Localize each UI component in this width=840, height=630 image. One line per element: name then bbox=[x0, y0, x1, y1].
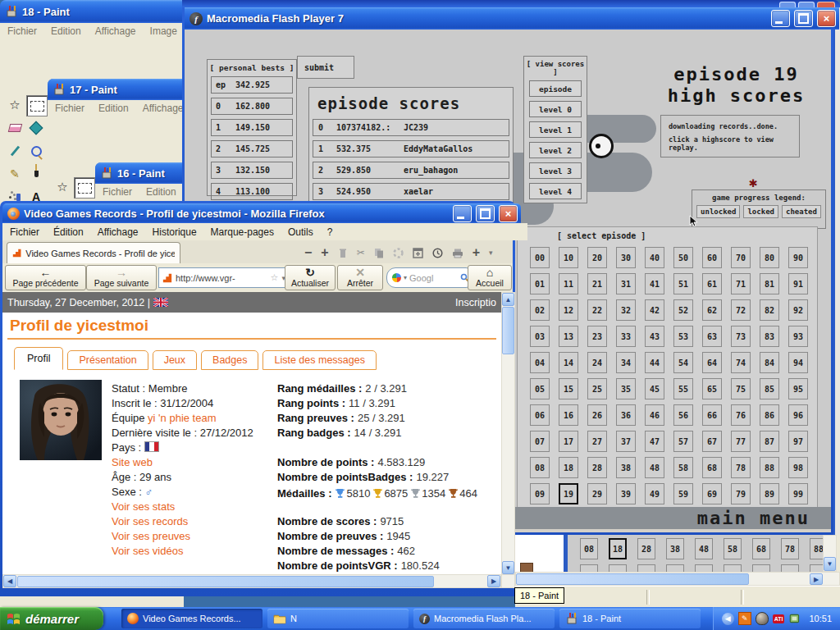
episode-cell[interactable]: 08 bbox=[580, 538, 598, 559]
episode-cell[interactable]: 94 bbox=[788, 352, 808, 373]
dropdown-icon[interactable]: ▾ bbox=[489, 249, 493, 257]
episode-cell[interactable]: 32 bbox=[616, 299, 636, 321]
highscore-row[interactable]: 2 529.850 eru_bahagon bbox=[313, 162, 509, 179]
paint16-titlebar[interactable]: 16 - Paint bbox=[95, 162, 194, 184]
plus-icon[interactable]: + bbox=[321, 245, 328, 260]
episode-cell[interactable]: 48 bbox=[695, 538, 713, 559]
home-button[interactable]: ⌂ Accueil bbox=[468, 265, 512, 290]
url-bar[interactable]: http://www.vgr- ☆ ▾ bbox=[158, 267, 290, 288]
episode-cell[interactable]: 97 bbox=[788, 431, 808, 452]
paint18-titlebar[interactable]: 18 - Paint bbox=[0, 0, 192, 23]
profile-link[interactable]: Voir ses preuves bbox=[112, 530, 190, 542]
episode-cell[interactable]: 58 bbox=[724, 538, 742, 559]
episode-cell[interactable]: 45 bbox=[645, 378, 664, 399]
episode-cell[interactable]: 60 bbox=[702, 247, 722, 268]
scroll-left-button[interactable]: ◀ bbox=[3, 575, 16, 587]
episode-cell[interactable]: 05 bbox=[530, 378, 550, 399]
personal-best-row[interactable]: 1 149.150 bbox=[211, 119, 293, 136]
paint17-titlebar[interactable]: 17 - Paint bbox=[48, 79, 192, 100]
episode-cell[interactable]: 43 bbox=[645, 326, 664, 347]
episode-cell[interactable]: 57 bbox=[673, 431, 693, 452]
episode-cell[interactable]: 65 bbox=[702, 378, 722, 399]
new-window-icon[interactable] bbox=[413, 248, 423, 258]
episode-cell[interactable]: 88 bbox=[810, 538, 823, 559]
highscore-row[interactable]: 0 107374182.: JC239 bbox=[313, 119, 509, 136]
episode-cell[interactable]: 34 bbox=[616, 352, 636, 373]
episode-cell[interactable]: 09 bbox=[530, 483, 550, 504]
menu-fichier[interactable]: Fichier bbox=[103, 186, 132, 198]
view-score-button[interactable]: episode bbox=[529, 80, 582, 97]
main-menu-button[interactable]: main menu bbox=[697, 508, 810, 528]
episode-cell[interactable]: 93 bbox=[788, 326, 808, 347]
episode-cell[interactable]: 79 bbox=[731, 483, 751, 504]
freeform-select-icon[interactable]: ☆ bbox=[52, 177, 72, 197]
profile-link[interactable]: Site web bbox=[112, 456, 153, 468]
episode-cell[interactable]: 54 bbox=[673, 352, 693, 373]
close-button[interactable]: × bbox=[499, 205, 518, 222]
episode-cell[interactable]: 89 bbox=[760, 483, 779, 504]
episode-cell[interactable]: 17 bbox=[559, 431, 578, 452]
episode-cell[interactable]: 23 bbox=[587, 326, 607, 347]
profile-tab[interactable]: Badges bbox=[201, 350, 258, 370]
view-score-button[interactable]: level 2 bbox=[529, 142, 582, 158]
maximize-button[interactable] bbox=[794, 10, 813, 27]
episode-cell[interactable]: 85 bbox=[760, 378, 779, 399]
episode-cell[interactable]: 30 bbox=[616, 247, 636, 268]
episode-cell[interactable]: 49 bbox=[645, 483, 664, 504]
view-score-button[interactable]: level 4 bbox=[529, 183, 582, 199]
minus-icon[interactable]: − bbox=[304, 245, 312, 260]
forward-button[interactable]: → Page suivante bbox=[86, 265, 157, 290]
vertical-scrollbar[interactable]: ▲ ▼ bbox=[501, 292, 515, 574]
episode-cell[interactable]: 20 bbox=[587, 247, 607, 268]
personal-best-row[interactable]: 3 132.150 bbox=[211, 162, 293, 179]
episode-cell[interactable]: 36 bbox=[616, 404, 636, 426]
episode-cell[interactable]: 82 bbox=[760, 299, 779, 321]
scissors-icon[interactable]: ✂ bbox=[357, 247, 365, 258]
menu-affichage[interactable]: Affichage bbox=[143, 103, 184, 114]
task-button-firefox[interactable]: Video Games Records... bbox=[121, 609, 262, 628]
horizontal-scrollbar[interactable]: ◀ ▶ bbox=[2, 574, 501, 588]
highscore-row[interactable]: 3 524.950 xaelar bbox=[313, 183, 509, 200]
maximize-button[interactable] bbox=[476, 205, 495, 222]
episode-cell[interactable]: 59 bbox=[673, 483, 693, 504]
episode-cell[interactable]: 71 bbox=[731, 273, 751, 294]
episode-cell[interactable]: 25 bbox=[587, 378, 607, 399]
refresh-button[interactable]: ↻ Actualiser bbox=[285, 265, 336, 290]
highscore-row[interactable]: 1 532.375 EddyMataGallos bbox=[313, 140, 509, 158]
scroll-down-button[interactable]: ▼ bbox=[824, 557, 836, 571]
episode-cell[interactable]: 16 bbox=[559, 404, 578, 426]
episode-cell[interactable]: 68 bbox=[752, 538, 770, 559]
episode-cell[interactable]: 07 bbox=[530, 431, 550, 452]
brush-icon[interactable] bbox=[26, 164, 46, 184]
episode-cell[interactable]: 84 bbox=[760, 352, 779, 373]
episode-cell[interactable]: 37 bbox=[616, 431, 636, 452]
task-button-flash[interactable]: f Macromedia Flash Pla... bbox=[413, 609, 555, 628]
episode-cell[interactable]: 76 bbox=[731, 404, 751, 426]
episode-cell[interactable]: 28 bbox=[587, 457, 607, 478]
episode-cell[interactable]: 55 bbox=[673, 378, 693, 399]
episode-cell[interactable]: 47 bbox=[645, 431, 664, 452]
episode-cell[interactable]: 62 bbox=[702, 299, 722, 321]
episode-cell[interactable]: 02 bbox=[530, 299, 550, 321]
episode-cell[interactable]: 46 bbox=[645, 404, 664, 426]
episode-cell[interactable]: 38 bbox=[666, 538, 684, 559]
active-tab[interactable]: Video Games Records - Profil de yicestmo… bbox=[7, 242, 180, 263]
legend-item[interactable]: locked bbox=[743, 205, 778, 218]
episode-cell[interactable]: 22 bbox=[587, 299, 607, 321]
freeform-select-icon[interactable]: ☆ bbox=[5, 95, 25, 115]
print-icon[interactable] bbox=[452, 248, 463, 258]
episode-cell[interactable]: 31 bbox=[616, 273, 636, 294]
menu-aide[interactable]: ? bbox=[327, 226, 333, 238]
episode-cell[interactable]: 01 bbox=[530, 273, 550, 294]
menu-affichage[interactable]: Affichage bbox=[95, 25, 136, 37]
episode-cell[interactable]: 78 bbox=[731, 457, 751, 478]
profile-tab[interactable]: Profil bbox=[14, 347, 63, 370]
history-clock-icon[interactable] bbox=[432, 248, 443, 258]
scroll-right-button[interactable]: ▶ bbox=[487, 575, 500, 587]
episode-cell[interactable]: 53 bbox=[673, 326, 693, 347]
episode-cell[interactable]: 12 bbox=[559, 299, 578, 321]
flash-titlebar[interactable]: f Macromedia Flash Player 7 × bbox=[185, 7, 839, 30]
copy-icon[interactable] bbox=[374, 248, 384, 258]
select-icon[interactable] bbox=[74, 177, 95, 199]
episode-cell[interactable]: 70 bbox=[731, 247, 751, 268]
